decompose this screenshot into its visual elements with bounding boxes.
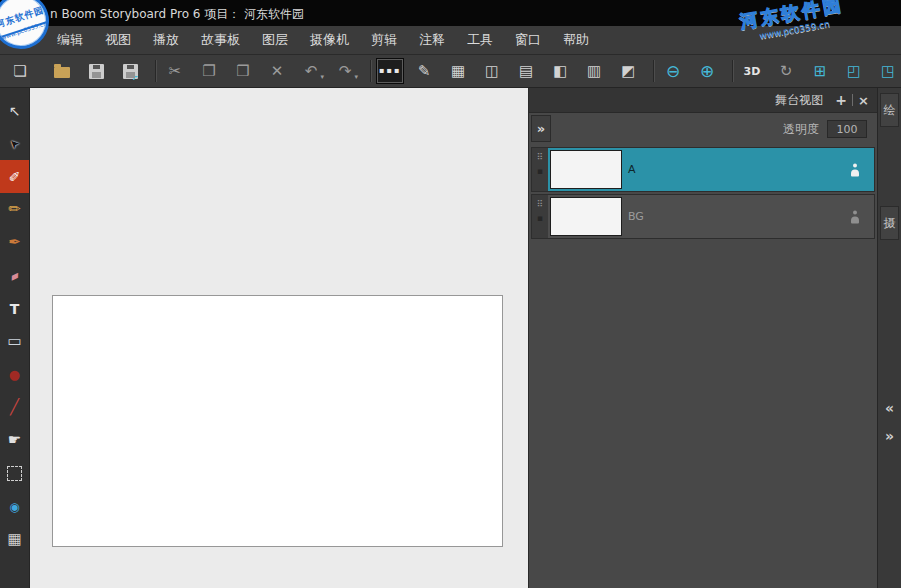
window-title: n Boom Storyboard Pro 6 项目： 河东软件园 [50, 6, 304, 23]
zoom-out-button[interactable]: ⊖ [659, 58, 687, 84]
layer-name: A [628, 163, 636, 176]
select-tool-button[interactable]: ↖ [0, 94, 29, 127]
3d-scale-button[interactable]: ◳ [874, 58, 901, 84]
swatch-icon[interactable]: ▪ [537, 167, 543, 176]
select-icon: ↖ [9, 104, 21, 118]
cut-button[interactable]: ✂ [161, 58, 189, 84]
cut-icon: ✂ [169, 64, 182, 79]
menu-layer[interactable]: 图层 [251, 26, 299, 54]
save-all-icon: + [123, 64, 138, 79]
stage-panel-header: 舞台视图 + × [529, 88, 877, 113]
text-icon: T [10, 302, 20, 316]
pen-view-button[interactable]: ✎ [410, 58, 438, 84]
toolbar-separator [732, 60, 733, 82]
menu-camera[interactable]: 摄像机 [299, 26, 360, 54]
rotate-view-button[interactable]: ↻ [772, 58, 800, 84]
layer-row-bg[interactable]: ⠿ ▪ BG [531, 194, 875, 239]
toolbar-separator [370, 60, 371, 82]
eraser-tool-button[interactable]: ▰ [0, 259, 29, 292]
save-button[interactable] [82, 58, 110, 84]
undo-button[interactable]: ↶▾ [297, 58, 325, 84]
chart-view-button[interactable]: ◩ [614, 58, 642, 84]
tab-stage-view[interactable]: 舞台视图 [775, 92, 823, 109]
list-view-button[interactable]: ▤ [512, 58, 540, 84]
collapse-right-icon[interactable]: » [878, 428, 901, 444]
3d-rotate-button[interactable]: ◰ [840, 58, 868, 84]
collapse-left-icon[interactable]: « [878, 400, 901, 416]
drag-handle-icon[interactable]: ⠿ [537, 200, 544, 209]
menu-play[interactable]: 播放 [142, 26, 190, 54]
layer-thumbnail[interactable] [550, 150, 622, 189]
swatch-icon[interactable]: ▪ [537, 214, 543, 223]
pencil-icon: ✏ [8, 202, 21, 217]
table-view-button[interactable]: ▥ [580, 58, 608, 84]
opacity-input[interactable] [827, 120, 867, 138]
expand-panel-button[interactable]: » [531, 115, 551, 142]
thumbnail-grid-view-button[interactable]: ▦ [444, 58, 472, 84]
side-tab-draw[interactable]: 绘 [880, 93, 899, 127]
paste-button[interactable]: ❒ [229, 58, 257, 84]
list-view-icon: ▤ [519, 64, 533, 79]
chevron-down-icon[interactable]: ▾ [320, 73, 324, 81]
color-tool-button[interactable]: ◉ [0, 490, 29, 523]
plus-badge-icon: + [129, 71, 138, 82]
side-tab-draw-label: 绘 [884, 102, 896, 119]
layer-body[interactable]: A [622, 148, 874, 191]
person-icon[interactable] [850, 210, 860, 223]
rectangle-tool-button[interactable]: ▭ [0, 325, 29, 358]
menu-edit[interactable]: 编辑 [46, 26, 94, 54]
side-tab-camera[interactable]: 摄 [880, 206, 899, 240]
chevron-down-icon[interactable]: ▾ [354, 73, 358, 81]
3d-translate-button[interactable]: ⊞ [806, 58, 834, 84]
menu-captions[interactable]: 注释 [408, 26, 456, 54]
copy-button[interactable]: ❐ [195, 58, 223, 84]
3d-view-button[interactable]: 3D [738, 58, 766, 84]
layer-body[interactable]: BG [622, 195, 874, 238]
toolbar-separator [653, 60, 654, 82]
solid-pane-view-button[interactable]: ◧ [546, 58, 574, 84]
panel-strip-view-button[interactable]: ▪▪▪ [376, 58, 404, 84]
marquee-icon [7, 466, 22, 481]
stage-frame[interactable] [52, 295, 503, 547]
pencil-tool-button[interactable]: ✏ [0, 193, 29, 226]
ink-tool-button[interactable]: ✒ [0, 226, 29, 259]
drag-handle-icon[interactable]: ⠿ [537, 153, 544, 162]
undo-icon: ↶ [305, 64, 318, 79]
rotate-view-icon: ↻ [780, 64, 793, 79]
hand-tool-button[interactable]: ☛ [0, 424, 29, 457]
add-panel-button[interactable]: + [835, 92, 847, 108]
color-drop-icon: ◉ [9, 501, 19, 513]
delete-button[interactable]: ✕ [263, 58, 291, 84]
new-document-icon: ❏ [13, 64, 26, 79]
3d-view-icon: 3D [744, 66, 761, 77]
opacity-label: 透明度 [783, 121, 819, 138]
layer-row-a[interactable]: ⠿ ▪ A [531, 147, 875, 192]
menu-storyboard[interactable]: 故事板 [190, 26, 251, 54]
paste-icon: ❒ [236, 64, 249, 79]
menu-help[interactable]: 帮助 [552, 26, 600, 54]
table-view-icon: ▥ [587, 64, 601, 79]
menu-tools[interactable]: 工具 [456, 26, 504, 54]
close-panel-button[interactable]: × [858, 93, 869, 108]
paint-tool-button[interactable]: ● [0, 358, 29, 391]
redo-button[interactable]: ↷▾ [331, 58, 359, 84]
new-document-button[interactable]: ❏ [6, 58, 34, 84]
grid-tool-button[interactable]: ▦ [0, 523, 29, 556]
marquee-tool-button[interactable] [0, 457, 29, 490]
menu-view[interactable]: 视图 [94, 26, 142, 54]
layer-thumbnail[interactable] [550, 197, 622, 236]
panel-header-divider [852, 94, 853, 106]
brush-tool-button[interactable]: ✐ [0, 160, 29, 193]
save-all-button[interactable]: + [116, 58, 144, 84]
split-view-button[interactable]: ◫ [478, 58, 506, 84]
menu-clips[interactable]: 剪辑 [360, 26, 408, 54]
tool-sidebar: ↖ ➤ ✐ ✏ ✒ ▰ T ▭ ● ╱ ☛ ◉ ▦ [0, 88, 30, 588]
transform-tool-button[interactable]: ➤ [0, 127, 29, 160]
text-tool-button[interactable]: T [0, 292, 29, 325]
menu-windows[interactable]: 窗口 [504, 26, 552, 54]
open-button[interactable] [48, 58, 76, 84]
person-icon[interactable] [850, 163, 860, 176]
zoom-in-button[interactable]: ⊕ [693, 58, 721, 84]
stage-view-panel: 舞台视图 + × » 透明度 ⠿ ▪ A [528, 88, 877, 588]
dropper-tool-button[interactable]: ╱ [0, 391, 29, 424]
